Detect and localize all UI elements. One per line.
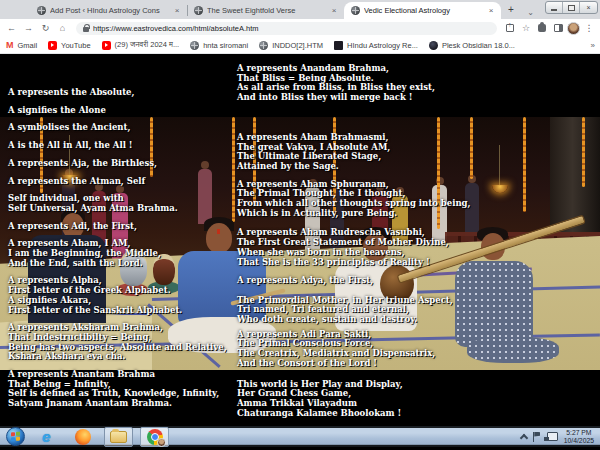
verse-block: A represents Adi Para Sakti, The Primal …: [237, 330, 497, 369]
taskbar-clock[interactable]: 5:27 PM 10/4/2025: [564, 429, 594, 445]
tab-favicon-globe-icon: [351, 6, 360, 15]
extensions-button[interactable]: [535, 21, 549, 35]
verse-block: A represents Anantam Brahma That Being =…: [8, 370, 236, 409]
window-controls: ×: [545, 1, 598, 14]
tab-title: The Sweet Eightfold Verse: [207, 6, 325, 15]
browser-menu-button[interactable]: ⋮: [582, 21, 596, 35]
verse-block: A represents Anandam Brahma, That Bliss …: [237, 64, 497, 103]
taskbar-file-explorer[interactable]: [104, 427, 133, 447]
bookmark-youtube-video[interactable]: (29) जनवरी 2024 म...: [102, 40, 180, 50]
tab-title: Vedic Electional Astrology: [364, 6, 482, 15]
bookmarks-bar: M Gmail YouTube (29) जनवरी 2024 म... hnt…: [0, 37, 600, 54]
bookmark-youtube[interactable]: YouTube: [48, 41, 90, 50]
start-button[interactable]: [6, 427, 25, 446]
bookmark-label: (29) जनवरी 2024 म...: [115, 40, 180, 50]
share-button[interactable]: [503, 21, 517, 35]
youtube-icon: [102, 41, 111, 50]
close-button[interactable]: ×: [580, 2, 597, 13]
lock-icon[interactable]: [83, 27, 89, 32]
verse-block: A represents Aham, I AM, I am the Beginn…: [8, 239, 236, 268]
bookmark-plesk-obsidian[interactable]: Plesk Obsidian 18.0...: [429, 41, 515, 50]
minimize-button[interactable]: [546, 2, 563, 13]
dark-site-icon: [334, 41, 343, 50]
verse-block: This world is Her Play and Display, Her …: [237, 380, 497, 419]
bookmark-inddo-htm[interactable]: INDDO[2].HTM: [259, 41, 323, 50]
windows-taskbar: e 5:27 PM 10/4/2025: [0, 426, 600, 450]
tab-favicon-globe-icon: [194, 6, 203, 15]
verse-column-left: A represents the Absolute, A signifies t…: [8, 88, 236, 417]
tab-search-chevron-icon[interactable]: ⌄: [527, 8, 534, 17]
tray-show-hidden-icons-chevron[interactable]: [520, 434, 528, 442]
home-button[interactable]: ⌂: [55, 21, 70, 36]
bookmark-gmail[interactable]: M Gmail: [6, 41, 37, 50]
verse-block: A represents Alpha, First letter of the …: [8, 276, 236, 315]
plesk-icon: [429, 41, 438, 50]
forward-button[interactable]: →: [21, 21, 36, 36]
clock-date: 10/4/2025: [564, 437, 594, 445]
new-tab-button[interactable]: +: [503, 2, 519, 18]
firefox-icon: [75, 429, 91, 445]
marigold-garland: [582, 117, 585, 187]
page-content: A represents the Absolute, A signifies t…: [0, 54, 600, 426]
side-panel-icon: [554, 24, 563, 32]
taskbar-internet-explorer[interactable]: e: [32, 427, 61, 447]
verse-block: A signifies the Alone: [8, 106, 236, 116]
internet-explorer-icon: e: [42, 428, 50, 446]
profile-avatar[interactable]: [567, 22, 580, 35]
tab-close-icon[interactable]: ×: [329, 6, 339, 16]
chrome-profile-avatar: [157, 438, 166, 447]
network-icon[interactable]: [547, 432, 558, 441]
bookmark-label: INDDO[2].HTM: [272, 41, 323, 50]
share-icon: [506, 24, 514, 32]
bookmark-label: HIndu Astrology Re...: [347, 41, 418, 50]
bookmark-star-button[interactable]: ☆: [519, 21, 533, 35]
folder-icon: [110, 431, 127, 443]
action-center-flag-icon[interactable]: [533, 432, 541, 442]
tab-favicon-globe-icon: [37, 6, 46, 15]
minimize-icon: [551, 9, 557, 11]
bookmark-hnta-siromani[interactable]: hnta siromani: [190, 41, 248, 50]
puzzle-icon: [538, 24, 546, 32]
chrome-icon: [147, 429, 163, 445]
address-bar[interactable]: https://www.eastrovedica.com/html/absolu…: [76, 22, 497, 35]
verse-block: A represents the Atman, Self: [8, 177, 236, 187]
system-tray: 5:27 PM 10/4/2025: [521, 429, 596, 445]
taskbar-firefox[interactable]: [68, 427, 97, 447]
tab-strip: Add Post ‹ HIndu Astrology Cons × The Sw…: [0, 0, 600, 19]
verse-block: A represents Aksharam Brahma, That Indes…: [8, 323, 236, 362]
globe-icon: [259, 41, 268, 50]
side-panel-button[interactable]: [551, 21, 565, 35]
gmail-icon: M: [6, 41, 14, 50]
url-text[interactable]: https://www.eastrovedica.com/html/absolu…: [93, 24, 259, 33]
verse-block: A represents Aham Brahmasmi, The great V…: [237, 133, 497, 172]
verse-block: A represents Aja, the Birthless,: [8, 159, 236, 169]
windows-logo-icon: [11, 432, 20, 442]
marigold-garland: [523, 117, 526, 212]
verse-column-right: A represents Anandam Brahma, That Bliss …: [237, 64, 497, 418]
tab-add-post[interactable]: Add Post ‹ HIndu Astrology Cons ×: [30, 2, 187, 19]
bookmark-label: YouTube: [61, 41, 90, 50]
globe-icon: [190, 41, 199, 50]
clock-time: 5:27 PM: [564, 429, 594, 437]
tab-sweet-eightfold-verse[interactable]: The Sweet Eightfold Verse ×: [187, 2, 344, 19]
restore-button[interactable]: [563, 2, 580, 13]
verse-block: A is the All in All, the All !: [8, 141, 236, 151]
tab-close-icon[interactable]: ×: [486, 6, 496, 16]
bookmark-label: Gmail: [18, 41, 38, 50]
verse-block: A represents Adya, the First, The Primor…: [237, 276, 497, 325]
tab-close-icon[interactable]: ×: [172, 6, 182, 16]
bookmarks-overflow-chevron[interactable]: »: [591, 41, 595, 50]
verse-block: A represents Adi, the First,: [8, 222, 236, 232]
reload-button[interactable]: ↻: [38, 21, 53, 36]
verse-block: A represents the Absolute,: [8, 88, 236, 98]
back-button[interactable]: ←: [4, 21, 19, 36]
verse-block: A represents Aham Rudrescha Vasubhi, The…: [237, 228, 497, 267]
browser-toolbar: ← → ↻ ⌂ https://www.eastrovedica.com/htm…: [0, 19, 600, 37]
youtube-icon: [48, 41, 57, 50]
bookmark-hindu-astrology[interactable]: HIndu Astrology Re...: [334, 41, 418, 50]
tab-vedic-electional-astrology[interactable]: Vedic Electional Astrology ×: [344, 2, 501, 19]
verse-block: A symbolises the Ancient,: [8, 123, 236, 133]
restore-icon: [569, 6, 574, 10]
taskbar-chrome[interactable]: [140, 427, 169, 447]
bookmark-label: Plesk Obsidian 18.0...: [442, 41, 515, 50]
